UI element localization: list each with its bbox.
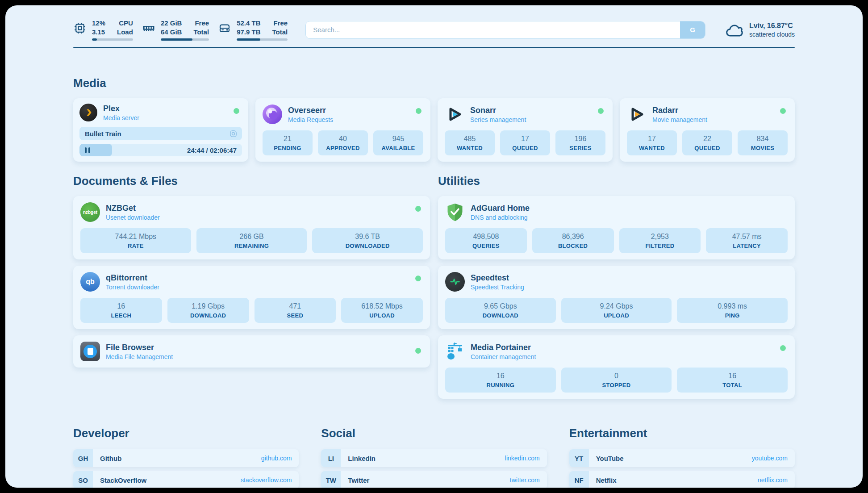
now-playing-bar: Bullet Train bbox=[79, 127, 242, 140]
top-bar: 12% 3.15 CPU Load bbox=[73, 19, 795, 41]
stat-value: 39.6 TB bbox=[314, 232, 421, 241]
metric-label: Load bbox=[117, 28, 133, 36]
link-badge: LI bbox=[321, 449, 341, 467]
disk-icon bbox=[218, 21, 231, 35]
adguard-card[interactable]: AdGuard Home DNS and adblocking 498,508 … bbox=[438, 196, 795, 259]
section-title-media: Media bbox=[73, 76, 795, 90]
stat-value: 266 GB bbox=[198, 232, 305, 241]
stat-value: 22 bbox=[684, 134, 730, 143]
link-url: twitter.com bbox=[510, 476, 540, 484]
search-engine-button[interactable]: G bbox=[680, 21, 705, 38]
speedtest-card[interactable]: Speedtest Speedtest Tracking 9.65 Gbps D… bbox=[438, 266, 795, 329]
stat-box: 744.21 Mbps RATE bbox=[80, 228, 191, 253]
link-github[interactable]: GH Github github.com bbox=[73, 449, 299, 467]
plex-card[interactable]: Plex Media server Bullet Train bbox=[73, 98, 248, 162]
link-name: Twitter bbox=[348, 476, 369, 484]
stat-box: 16 LEECH bbox=[80, 298, 162, 323]
link-twitter[interactable]: TW Twitter twitter.com bbox=[321, 471, 547, 488]
app-name: Overseerr bbox=[288, 105, 333, 115]
search-input[interactable] bbox=[313, 26, 680, 33]
app-description: Media server bbox=[103, 114, 139, 121]
stat-box: 945 AVAILABLE bbox=[373, 130, 423, 155]
link-youtube[interactable]: YT YouTube youtube.com bbox=[569, 449, 795, 467]
stat-value: 16 bbox=[82, 302, 160, 311]
nzbget-icon: nzbget bbox=[80, 202, 100, 222]
link-url: youtube.com bbox=[752, 455, 788, 462]
stat-box: 16 RUNNING bbox=[445, 368, 556, 393]
speedtest-icon bbox=[445, 272, 465, 292]
stat-label: DOWNLOAD bbox=[447, 312, 554, 319]
adguard-icon bbox=[445, 202, 465, 222]
metric-value: 22 GiB bbox=[161, 19, 182, 27]
link-name: StackOverflow bbox=[100, 476, 146, 484]
stat-label: APPROVED bbox=[320, 145, 366, 151]
stat-label: REMAINING bbox=[198, 242, 305, 249]
cloud-icon bbox=[725, 22, 744, 38]
status-indicator bbox=[234, 108, 239, 114]
file-browser-icon bbox=[80, 342, 100, 361]
status-indicator bbox=[780, 345, 786, 351]
status-indicator bbox=[598, 108, 604, 114]
overseerr-card[interactable]: Overseerr Media Requests 21 PENDING 40 A… bbox=[255, 98, 430, 162]
link-name: LinkedIn bbox=[348, 455, 376, 462]
ram-progress-fill bbox=[161, 38, 192, 41]
app-name: Media Portainer bbox=[471, 343, 536, 352]
stat-label: QUEUED bbox=[502, 145, 548, 151]
link-badge: TW bbox=[321, 471, 341, 488]
stat-value: 86,396 bbox=[534, 232, 612, 241]
metric-value: 64 GiB bbox=[161, 28, 182, 36]
weather-widget: Lviv, 16.87°C scattered clouds bbox=[725, 22, 795, 38]
app-name: Speedtest bbox=[471, 273, 524, 283]
plex-icon bbox=[79, 104, 97, 121]
stat-value: 834 bbox=[739, 134, 786, 143]
file-browser-card[interactable]: File Browser Media File Management bbox=[73, 335, 430, 368]
stat-value: 17 bbox=[502, 134, 548, 143]
stat-box: 485 WANTED bbox=[445, 130, 495, 155]
app-name: File Browser bbox=[106, 343, 173, 352]
link-netflix[interactable]: NF Netflix netflix.com bbox=[569, 471, 795, 488]
stat-box: 9.24 Gbps UPLOAD bbox=[561, 298, 672, 323]
radarr-card[interactable]: Radarr Movie management 17 WANTED 22 QUE… bbox=[620, 98, 795, 162]
app-name: NZBGet bbox=[106, 203, 160, 213]
stat-label: RATE bbox=[82, 242, 189, 249]
stat-label: QUERIES bbox=[447, 242, 525, 249]
stat-value: 744.21 Mbps bbox=[82, 232, 189, 241]
stat-value: 471 bbox=[256, 302, 334, 311]
social-section: Social LI LinkedIn linkedin.com TW Twitt… bbox=[321, 426, 547, 488]
ram-progress-track bbox=[161, 38, 209, 41]
stat-box: 498,508 QUERIES bbox=[445, 228, 527, 253]
media-source-icon[interactable] bbox=[229, 130, 238, 138]
stat-label: DOWNLOAD bbox=[169, 312, 247, 319]
metric-value: 97.9 TB bbox=[237, 28, 260, 36]
link-stackoverflow[interactable]: SO StackOverflow stackoverflow.com bbox=[73, 471, 299, 488]
stat-box: 47.57 ms LATENCY bbox=[706, 228, 788, 253]
stat-box: 21 PENDING bbox=[263, 130, 313, 155]
status-indicator bbox=[416, 108, 421, 114]
stat-label: LATENCY bbox=[708, 242, 786, 249]
link-badge: SO bbox=[73, 471, 93, 488]
metric-value: 3.15 bbox=[92, 28, 105, 36]
pause-button[interactable] bbox=[85, 147, 90, 153]
section-title-social: Social bbox=[321, 426, 547, 440]
stat-box: 196 SERIES bbox=[555, 130, 605, 155]
stat-value: 40 bbox=[320, 134, 366, 143]
sonarr-card[interactable]: Sonarr Series management 485 WANTED 17 Q… bbox=[438, 98, 613, 162]
link-linkedin[interactable]: LI LinkedIn linkedin.com bbox=[321, 449, 547, 467]
stat-value: 498,508 bbox=[447, 232, 525, 241]
portainer-card[interactable]: Media Portainer Container management 16 … bbox=[438, 335, 795, 399]
status-indicator bbox=[780, 108, 786, 114]
stat-value: 945 bbox=[375, 134, 421, 143]
stat-label: STOPPED bbox=[563, 382, 670, 389]
documents-section: Documents & Files nzbget NZBGet Usenet d… bbox=[73, 174, 430, 399]
qbittorrent-card[interactable]: qb qBittorrent Torrent downloader 16 LEE… bbox=[73, 266, 430, 329]
stat-box: 0.993 ms PING bbox=[677, 298, 788, 323]
stat-value: 47.57 ms bbox=[708, 232, 786, 241]
nzbget-card[interactable]: nzbget NZBGet Usenet downloader 744.21 M… bbox=[73, 196, 430, 259]
app-description: Speedtest Tracking bbox=[471, 284, 524, 291]
stat-box: 22 QUEUED bbox=[682, 130, 732, 155]
metric-label: Free bbox=[193, 19, 209, 27]
metric-label: Total bbox=[193, 28, 209, 36]
metric-label: Total bbox=[272, 28, 288, 36]
app-name: qBittorrent bbox=[106, 273, 159, 283]
cpu-progress-track bbox=[92, 38, 133, 41]
